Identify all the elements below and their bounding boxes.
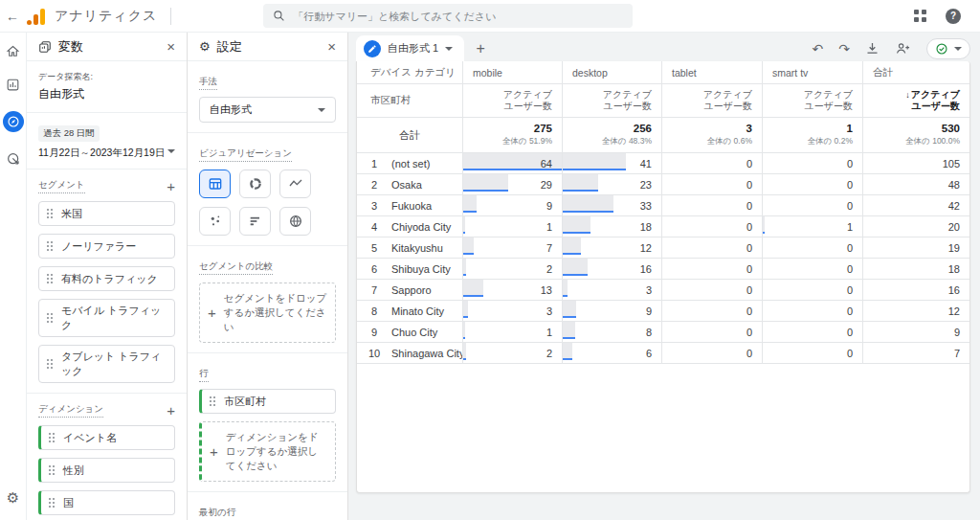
cell-tablet[interactable]: 0 — [661, 280, 762, 301]
cell-desktop[interactable]: 12 — [562, 237, 661, 259]
variables-close-icon[interactable]: × — [167, 38, 175, 55]
global-search[interactable] — [263, 4, 633, 28]
cell-mobile[interactable]: 7 — [462, 237, 562, 259]
table-row-city[interactable]: 9Chuo City — [357, 322, 462, 343]
cell-desktop[interactable]: 16 — [562, 259, 661, 280]
list-item[interactable]: 米国 — [38, 201, 175, 226]
exploration-name-value[interactable]: 自由形式 — [38, 86, 175, 102]
cell-mobile[interactable]: 1 — [462, 216, 562, 237]
viz-bar-button[interactable] — [239, 207, 271, 236]
column-header-total[interactable]: 合計 — [862, 61, 969, 84]
cell-desktop[interactable]: 33 — [562, 195, 661, 216]
cell-smart-tv[interactable]: 0 — [762, 259, 862, 280]
cell-smart-tv[interactable]: 0 — [762, 195, 862, 216]
cell-mobile[interactable]: 13 — [462, 280, 562, 301]
advertising-icon[interactable] — [6, 151, 21, 167]
download-icon[interactable] — [865, 41, 880, 56]
tab-caret-icon[interactable] — [445, 47, 453, 51]
table-row-city[interactable]: 2Osaka — [357, 174, 462, 195]
reports-icon[interactable] — [6, 78, 20, 92]
table-row-city[interactable]: 6Shibuya City — [357, 259, 462, 280]
cell-desktop[interactable]: 18 — [562, 216, 661, 237]
cell-smart-tv[interactable]: 0 — [762, 280, 862, 301]
cell-total[interactable]: 9 — [862, 322, 969, 343]
cell-total[interactable]: 16 — [862, 280, 969, 301]
column-header-tablet[interactable]: tablet — [661, 61, 762, 84]
cell-tablet[interactable]: 0 — [661, 174, 762, 195]
row-dimension-chip[interactable]: 市区町村 — [199, 389, 336, 414]
home-icon[interactable] — [6, 44, 20, 58]
viz-table-button[interactable] — [199, 170, 231, 198]
column-header-mobile[interactable]: mobile — [462, 61, 562, 84]
cell-mobile[interactable]: 2 — [462, 259, 562, 280]
apps-grid-icon[interactable] — [914, 10, 926, 22]
add-tab-button[interactable]: + — [464, 35, 497, 61]
metric-header-total-sorted[interactable]: ↓アクティブユーザー数 — [862, 84, 969, 118]
list-item[interactable]: ノーリファラー — [38, 234, 175, 259]
cell-mobile[interactable]: 64 — [462, 153, 562, 174]
cell-total[interactable]: 12 — [862, 301, 969, 322]
add-segment-button[interactable]: + — [167, 179, 175, 193]
metric-header-mobile[interactable]: アクティブユーザー数 — [462, 84, 562, 118]
viz-donut-button[interactable] — [239, 170, 271, 198]
back-arrow-icon[interactable]: ← — [6, 9, 21, 24]
cell-desktop[interactable]: 3 — [562, 280, 661, 301]
segment-drop-zone[interactable]: + セグメントをドロップするか選択してください — [199, 283, 336, 343]
list-item[interactable]: イベント名 — [38, 425, 175, 450]
cell-tablet[interactable]: 0 — [661, 301, 762, 322]
viz-line-button[interactable] — [279, 170, 311, 198]
table-row-city[interactable]: 1(not set) — [357, 153, 462, 174]
cell-mobile[interactable]: 29 — [462, 174, 562, 195]
cell-desktop[interactable]: 23 — [562, 174, 661, 195]
cell-total[interactable]: 42 — [862, 195, 969, 216]
cell-total[interactable]: 7 — [862, 343, 969, 364]
table-row-city[interactable]: 7Sapporo — [357, 280, 462, 301]
dimension-drop-zone[interactable]: + ディメンションをドロップするか選択してください — [199, 421, 336, 482]
column-header-desktop[interactable]: desktop — [562, 61, 661, 84]
cell-mobile[interactable]: 9 — [462, 195, 562, 216]
cell-smart-tv[interactable]: 0 — [762, 237, 862, 259]
table-row-city[interactable]: 10Shinagawa City — [357, 343, 462, 364]
cell-smart-tv[interactable]: 0 — [762, 153, 862, 174]
cell-tablet[interactable]: 0 — [661, 343, 762, 364]
cell-smart-tv[interactable]: 0 — [762, 301, 862, 322]
cell-desktop[interactable]: 6 — [562, 343, 661, 364]
cell-tablet[interactable]: 0 — [661, 259, 762, 280]
cell-total[interactable]: 19 — [862, 237, 969, 259]
list-item[interactable]: 有料のトラフィック — [38, 266, 175, 291]
settings-close-icon[interactable]: × — [327, 38, 336, 55]
undo-icon[interactable]: ↶ — [813, 42, 824, 56]
list-item[interactable]: タブレット トラフィック — [38, 345, 175, 383]
metric-header-smart-tv[interactable]: アクティブユーザー数 — [762, 84, 862, 118]
admin-gear-icon[interactable]: ⚙ — [7, 489, 19, 507]
status-pill[interactable] — [926, 38, 970, 59]
cell-mobile[interactable]: 3 — [462, 301, 562, 322]
cell-desktop[interactable]: 9 — [562, 301, 661, 322]
cell-total[interactable]: 18 — [862, 259, 969, 280]
redo-icon[interactable]: ↷ — [838, 42, 850, 56]
table-row-city[interactable]: 8Minato City — [357, 301, 462, 322]
cell-smart-tv[interactable]: 1 — [762, 216, 862, 237]
explore-icon-selected[interactable] — [3, 111, 24, 132]
row-header-city[interactable]: 市区町村 — [357, 84, 462, 118]
technique-select[interactable]: 自由形式 — [199, 97, 336, 123]
viz-scatter-button[interactable] — [199, 207, 231, 236]
table-row-city[interactable]: 4Chiyoda City — [357, 216, 462, 237]
share-user-icon[interactable] — [895, 41, 911, 56]
add-dimension-button[interactable]: + — [167, 403, 175, 418]
metric-header-tablet[interactable]: アクティブユーザー数 — [661, 84, 762, 118]
table-row-city[interactable]: 5Kitakyushu — [357, 237, 462, 259]
viz-geo-button[interactable] — [279, 207, 311, 236]
cell-smart-tv[interactable]: 0 — [762, 174, 862, 195]
cell-total[interactable]: 105 — [862, 153, 969, 174]
list-item[interactable]: モバイル トラフィック — [38, 299, 175, 337]
cell-total[interactable]: 20 — [862, 216, 969, 237]
cell-total[interactable]: 48 — [862, 174, 969, 195]
cell-smart-tv[interactable]: 0 — [762, 322, 862, 343]
cell-tablet[interactable]: 0 — [661, 216, 762, 237]
column-header-smart-tv[interactable]: smart tv — [762, 61, 862, 84]
cell-tablet[interactable]: 0 — [661, 195, 762, 216]
cell-mobile[interactable]: 2 — [462, 343, 562, 364]
list-item[interactable]: 国 — [38, 490, 175, 515]
table-row-city[interactable]: 3Fukuoka — [357, 195, 462, 216]
